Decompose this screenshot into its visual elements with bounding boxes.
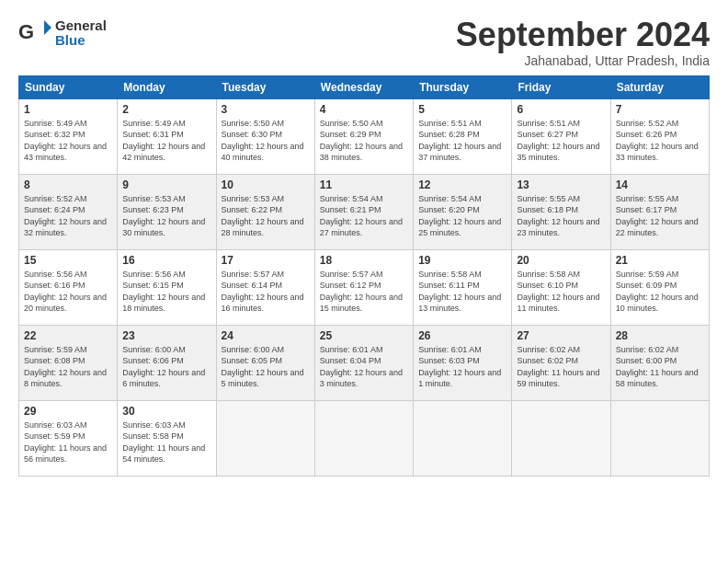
table-row <box>314 400 413 476</box>
day-info: Sunrise: 6:00 AM Sunset: 6:06 PM Dayligh… <box>122 344 210 390</box>
day-number: 7 <box>616 103 704 116</box>
table-row: 4 Sunrise: 5:50 AM Sunset: 6:29 PM Dayli… <box>314 98 413 174</box>
day-number: 20 <box>517 254 605 267</box>
day-number: 29 <box>24 405 112 418</box>
title-block: September 2024 Jahanabad, Uttar Pradesh,… <box>456 17 710 68</box>
table-row: 9 Sunrise: 5:53 AM Sunset: 6:23 PM Dayli… <box>118 174 216 249</box>
day-number: 12 <box>418 178 506 191</box>
day-info: Sunrise: 5:53 AM Sunset: 6:22 PM Dayligh… <box>222 193 310 239</box>
table-row: 7 Sunrise: 5:52 AM Sunset: 6:26 PM Dayli… <box>610 98 709 174</box>
day-info: Sunrise: 5:56 AM Sunset: 6:15 PM Dayligh… <box>122 269 210 315</box>
day-number: 24 <box>222 329 310 342</box>
table-row: 30 Sunrise: 6:03 AM Sunset: 5:58 PM Dayl… <box>118 400 216 476</box>
table-row <box>414 400 512 476</box>
table-row <box>512 400 610 476</box>
table-row: 1 Sunrise: 5:49 AM Sunset: 6:32 PM Dayli… <box>19 98 118 174</box>
table-row: 8 Sunrise: 5:52 AM Sunset: 6:24 PM Dayli… <box>19 174 118 249</box>
calendar-week-row: 8 Sunrise: 5:52 AM Sunset: 6:24 PM Dayli… <box>19 174 710 249</box>
day-info: Sunrise: 5:55 AM Sunset: 6:17 PM Dayligh… <box>616 193 704 239</box>
day-number: 1 <box>24 103 112 116</box>
day-info: Sunrise: 5:52 AM Sunset: 6:26 PM Dayligh… <box>616 118 704 164</box>
calendar-week-row: 22 Sunrise: 5:59 AM Sunset: 6:08 PM Dayl… <box>19 325 710 400</box>
calendar-week-row: 1 Sunrise: 5:49 AM Sunset: 6:32 PM Dayli… <box>19 98 710 174</box>
table-row: 26 Sunrise: 6:01 AM Sunset: 6:03 PM Dayl… <box>414 325 512 400</box>
table-row: 18 Sunrise: 5:57 AM Sunset: 6:12 PM Dayl… <box>314 249 413 325</box>
table-row: 27 Sunrise: 6:02 AM Sunset: 6:02 PM Dayl… <box>512 325 610 400</box>
logo-general: General <box>55 18 107 34</box>
day-number: 18 <box>320 254 408 267</box>
table-row: 22 Sunrise: 5:59 AM Sunset: 6:08 PM Dayl… <box>19 325 118 400</box>
day-info: Sunrise: 5:49 AM Sunset: 6:32 PM Dayligh… <box>24 118 112 164</box>
day-info: Sunrise: 5:59 AM Sunset: 6:09 PM Dayligh… <box>616 269 704 315</box>
day-info: Sunrise: 6:03 AM Sunset: 5:59 PM Dayligh… <box>24 419 112 465</box>
page: G General Blue September 2024 Jahanabad,… <box>0 0 728 563</box>
day-number: 27 <box>517 329 605 342</box>
day-info: Sunrise: 5:54 AM Sunset: 6:20 PM Dayligh… <box>418 193 506 239</box>
table-row: 20 Sunrise: 5:58 AM Sunset: 6:10 PM Dayl… <box>512 249 610 325</box>
table-row: 3 Sunrise: 5:50 AM Sunset: 6:30 PM Dayli… <box>216 98 314 174</box>
table-row: 16 Sunrise: 5:56 AM Sunset: 6:15 PM Dayl… <box>118 249 216 325</box>
table-row <box>216 400 314 476</box>
day-number: 14 <box>616 178 704 191</box>
table-row: 13 Sunrise: 5:55 AM Sunset: 6:18 PM Dayl… <box>512 174 610 249</box>
location-subtitle: Jahanabad, Uttar Pradesh, India <box>456 53 710 68</box>
day-number: 6 <box>517 103 605 116</box>
day-number: 9 <box>122 178 210 191</box>
table-row: 28 Sunrise: 6:02 AM Sunset: 6:00 PM Dayl… <box>610 325 709 400</box>
day-number: 15 <box>24 254 112 267</box>
day-info: Sunrise: 5:51 AM Sunset: 6:28 PM Dayligh… <box>418 118 506 164</box>
table-row: 2 Sunrise: 5:49 AM Sunset: 6:31 PM Dayli… <box>118 98 216 174</box>
day-number: 2 <box>122 103 210 116</box>
table-row: 24 Sunrise: 6:00 AM Sunset: 6:05 PM Dayl… <box>216 325 314 400</box>
day-number: 17 <box>222 254 310 267</box>
calendar-week-row: 15 Sunrise: 5:56 AM Sunset: 6:16 PM Dayl… <box>19 249 710 325</box>
col-tuesday: Tuesday <box>216 75 314 98</box>
table-row: 11 Sunrise: 5:54 AM Sunset: 6:21 PM Dayl… <box>314 174 413 249</box>
col-sunday: Sunday <box>19 75 118 98</box>
month-title: September 2024 <box>456 17 710 53</box>
logo: G General Blue <box>18 17 107 50</box>
calendar-table: Sunday Monday Tuesday Wednesday Thursday… <box>18 75 710 477</box>
svg-marker-1 <box>44 20 51 35</box>
table-row: 5 Sunrise: 5:51 AM Sunset: 6:28 PM Dayli… <box>414 98 512 174</box>
table-row: 21 Sunrise: 5:59 AM Sunset: 6:09 PM Dayl… <box>610 249 709 325</box>
table-row: 19 Sunrise: 5:58 AM Sunset: 6:11 PM Dayl… <box>414 249 512 325</box>
day-number: 4 <box>320 103 408 116</box>
col-friday: Friday <box>512 75 610 98</box>
day-number: 11 <box>320 178 408 191</box>
day-number: 23 <box>122 329 210 342</box>
day-number: 3 <box>222 103 310 116</box>
day-info: Sunrise: 5:57 AM Sunset: 6:14 PM Dayligh… <box>222 269 310 315</box>
day-info: Sunrise: 6:03 AM Sunset: 5:58 PM Dayligh… <box>122 419 210 465</box>
day-info: Sunrise: 6:02 AM Sunset: 6:02 PM Dayligh… <box>517 344 605 390</box>
day-info: Sunrise: 5:50 AM Sunset: 6:30 PM Dayligh… <box>222 118 310 164</box>
day-number: 21 <box>616 254 704 267</box>
day-number: 13 <box>517 178 605 191</box>
day-info: Sunrise: 5:50 AM Sunset: 6:29 PM Dayligh… <box>320 118 408 164</box>
day-info: Sunrise: 5:58 AM Sunset: 6:10 PM Dayligh… <box>517 269 605 315</box>
day-number: 5 <box>418 103 506 116</box>
table-row: 15 Sunrise: 5:56 AM Sunset: 6:16 PM Dayl… <box>19 249 118 325</box>
day-number: 25 <box>320 329 408 342</box>
day-info: Sunrise: 5:51 AM Sunset: 6:27 PM Dayligh… <box>517 118 605 164</box>
table-row <box>610 400 709 476</box>
table-row: 12 Sunrise: 5:54 AM Sunset: 6:20 PM Dayl… <box>414 174 512 249</box>
col-thursday: Thursday <box>414 75 512 98</box>
col-monday: Monday <box>118 75 216 98</box>
day-info: Sunrise: 5:53 AM Sunset: 6:23 PM Dayligh… <box>122 193 210 239</box>
table-row: 17 Sunrise: 5:57 AM Sunset: 6:14 PM Dayl… <box>216 249 314 325</box>
calendar-week-row: 29 Sunrise: 6:03 AM Sunset: 5:59 PM Dayl… <box>19 400 710 476</box>
svg-text:G: G <box>18 20 34 43</box>
day-info: Sunrise: 5:56 AM Sunset: 6:16 PM Dayligh… <box>24 269 112 315</box>
day-number: 22 <box>24 329 112 342</box>
day-info: Sunrise: 5:57 AM Sunset: 6:12 PM Dayligh… <box>320 269 408 315</box>
day-info: Sunrise: 5:49 AM Sunset: 6:31 PM Dayligh… <box>122 118 210 164</box>
day-number: 10 <box>222 178 310 191</box>
table-row: 29 Sunrise: 6:03 AM Sunset: 5:59 PM Dayl… <box>19 400 118 476</box>
table-row: 6 Sunrise: 5:51 AM Sunset: 6:27 PM Dayli… <box>512 98 610 174</box>
day-number: 26 <box>418 329 506 342</box>
calendar-header-row: Sunday Monday Tuesday Wednesday Thursday… <box>19 75 710 98</box>
table-row: 25 Sunrise: 6:01 AM Sunset: 6:04 PM Dayl… <box>314 325 413 400</box>
day-number: 30 <box>122 405 210 418</box>
day-number: 28 <box>616 329 704 342</box>
